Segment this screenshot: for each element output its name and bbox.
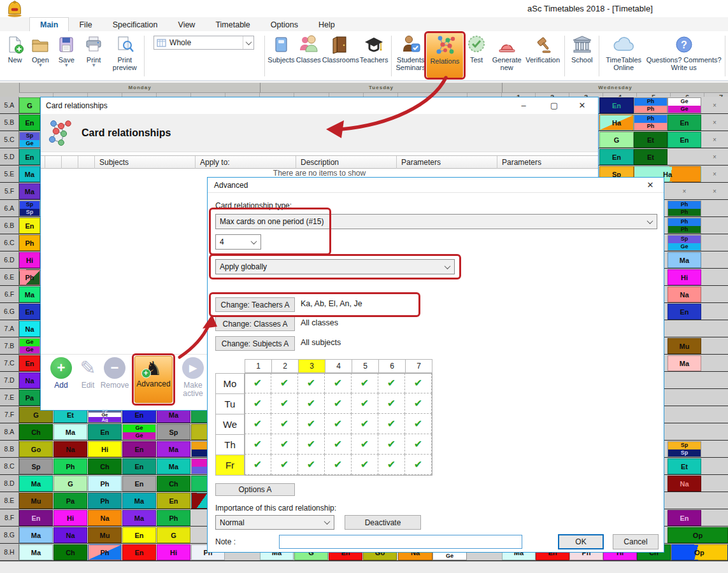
- lesson-card[interactable]: Hi: [19, 252, 40, 268]
- lesson-card[interactable]: En: [599, 149, 634, 165]
- lesson-card[interactable]: G: [599, 132, 634, 148]
- lesson-card[interactable]: Ma: [19, 476, 53, 492]
- change-subjects-button[interactable]: Change: Subjects A: [215, 336, 295, 351]
- lesson-card[interactable]: SpSp: [19, 201, 40, 216]
- print-preview-button[interactable]: Print preview: [108, 33, 142, 78]
- period-check-cell[interactable]: ✔: [378, 434, 405, 455]
- change-classes-button[interactable]: Change: Classes A: [215, 316, 295, 331]
- tab-options[interactable]: Options: [261, 17, 308, 31]
- lesson-card[interactable]: En: [122, 441, 156, 457]
- change-teachers-button[interactable]: Change: Teachers A: [215, 297, 295, 312]
- lesson-card[interactable]: PhPh: [667, 201, 701, 216]
- view-selector-dropdown[interactable]: Whole: [153, 36, 254, 50]
- teachers-button[interactable]: Teachers: [359, 33, 389, 78]
- tab-timetable[interactable]: Timetable: [205, 17, 260, 31]
- period-check-cell[interactable]: ✔: [271, 373, 298, 393]
- close-icon[interactable]: ✕: [571, 99, 593, 112]
- questions-button[interactable]: ? Questions? Comments? Write us: [645, 33, 722, 78]
- period-check-cell[interactable]: ✔: [352, 455, 378, 475]
- period-column-header[interactable]: 4: [325, 359, 352, 373]
- period-check-cell[interactable]: ✔: [298, 434, 325, 455]
- lesson-card[interactable]: Op: [671, 544, 728, 560]
- period-check-cell[interactable]: ✔: [405, 373, 432, 393]
- relations-button[interactable]: Relations: [427, 33, 462, 78]
- options-a-button[interactable]: Options A: [215, 483, 295, 496]
- lesson-card[interactable]: En: [19, 510, 53, 526]
- lesson-card[interactable]: En: [599, 97, 634, 113]
- classes-button[interactable]: Classes: [295, 33, 322, 78]
- relationship-type-dropdown[interactable]: Max cards on one period (#15): [215, 214, 657, 229]
- lesson-card[interactable]: Mu: [19, 493, 53, 509]
- save-button[interactable]: Save▼: [54, 33, 80, 78]
- lesson-card[interactable]: En: [19, 218, 40, 234]
- lesson-card[interactable]: Ch: [88, 458, 122, 474]
- lesson-card[interactable]: Na: [54, 441, 87, 457]
- lesson-card[interactable]: Ma: [19, 544, 53, 560]
- period-check-cell[interactable]: ✔: [245, 393, 271, 414]
- add-button[interactable]: + Add: [47, 357, 75, 390]
- lesson-card[interactable]: Na: [19, 372, 40, 388]
- lesson-card[interactable]: Mu: [88, 527, 122, 543]
- lesson-card[interactable]: En: [19, 149, 40, 165]
- tab-view[interactable]: View: [168, 17, 206, 31]
- asc-bell-logo-icon[interactable]: [4, 1, 25, 18]
- column-header[interactable]: Apply to:: [195, 156, 296, 169]
- lesson-card[interactable]: SpGe: [19, 132, 40, 148]
- lesson-card[interactable]: Et: [634, 149, 667, 165]
- period-check-cell[interactable]: ✔: [405, 414, 432, 434]
- open-dropdown-caret[interactable]: ▼: [38, 64, 43, 67]
- lesson-card[interactable]: Ma: [667, 355, 701, 371]
- day-row-header[interactable]: We: [215, 414, 245, 435]
- lesson-card[interactable]: [191, 458, 208, 474]
- period-check-cell[interactable]: ✔: [325, 434, 352, 455]
- period-column-header[interactable]: 5: [352, 359, 379, 373]
- lesson-card[interactable]: Mu: [667, 338, 701, 354]
- lesson-card[interactable]: Ch: [19, 424, 53, 440]
- lesson-card[interactable]: En: [122, 476, 156, 492]
- lesson-card[interactable]: Na: [54, 527, 87, 543]
- maximize-icon[interactable]: ▢: [543, 99, 565, 112]
- period-check-cell[interactable]: ✔: [298, 373, 325, 393]
- period-check-cell[interactable]: ✔: [325, 455, 352, 475]
- advanced-dialog-titlebar[interactable]: Advanced: [208, 178, 664, 193]
- lesson-card[interactable]: Go: [19, 441, 53, 457]
- lesson-card[interactable]: Ma: [19, 286, 40, 302]
- period-check-cell[interactable]: ✔: [271, 455, 298, 475]
- lesson-card[interactable]: En: [667, 115, 701, 131]
- lesson-card[interactable]: Ph: [54, 458, 87, 474]
- new-button[interactable]: New: [3, 33, 27, 78]
- lesson-card[interactable]: GeGe: [122, 424, 156, 440]
- period-check-cell[interactable]: ✔: [271, 393, 298, 414]
- lesson-card[interactable]: [191, 493, 208, 509]
- period-check-cell[interactable]: ✔: [245, 434, 271, 455]
- tab-specification[interactable]: Specification: [103, 17, 168, 31]
- lesson-card[interactable]: Ha: [599, 115, 634, 131]
- column-header[interactable]: Description: [296, 156, 396, 169]
- period-check-cell[interactable]: ✔: [405, 455, 432, 475]
- tab-file[interactable]: File: [69, 17, 102, 31]
- lesson-card[interactable]: Na: [667, 476, 701, 492]
- edit-button[interactable]: ✎ Edit: [74, 357, 102, 390]
- lesson-card[interactable]: Ch: [157, 476, 190, 492]
- ok-button[interactable]: OK: [558, 534, 604, 549]
- period-check-cell[interactable]: ✔: [325, 393, 352, 414]
- subjects-button[interactable]: Subjects: [268, 33, 295, 78]
- verification-button[interactable]: Verification: [524, 33, 562, 78]
- day-row-header[interactable]: Mo: [215, 373, 245, 394]
- lesson-card[interactable]: Pa: [19, 390, 40, 406]
- period-check-cell[interactable]: ✔: [378, 373, 405, 393]
- apply-scope-dropdown[interactable]: Apply globally: [215, 259, 455, 274]
- make-active-button[interactable]: ▶ Make active: [176, 357, 210, 398]
- lesson-card[interactable]: G: [157, 527, 190, 543]
- remove-button[interactable]: − Remove: [101, 357, 129, 390]
- lesson-card[interactable]: Ma: [667, 252, 701, 268]
- column-header-narrow[interactable]: [78, 156, 94, 169]
- period-check-cell[interactable]: ✔: [405, 393, 432, 414]
- view-selector-caret[interactable]: [243, 36, 253, 49]
- lesson-card[interactable]: En: [667, 132, 701, 148]
- deactivate-button[interactable]: Deactivate: [345, 515, 421, 530]
- period-check-cell[interactable]: ✔: [378, 455, 405, 475]
- lesson-card[interactable]: [191, 424, 208, 440]
- lesson-card[interactable]: Ph: [88, 476, 122, 492]
- period-check-cell[interactable]: ✔: [245, 373, 271, 393]
